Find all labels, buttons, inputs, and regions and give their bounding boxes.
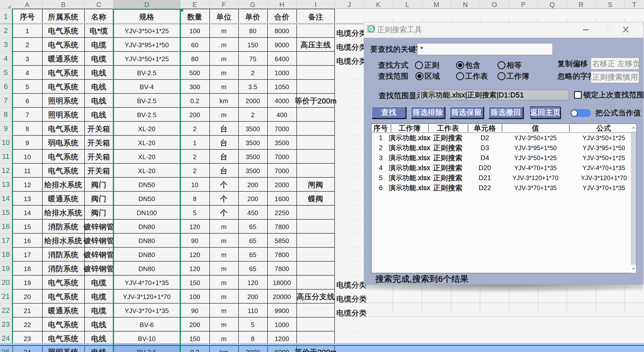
svg-text:jC: jC: [369, 27, 373, 31]
